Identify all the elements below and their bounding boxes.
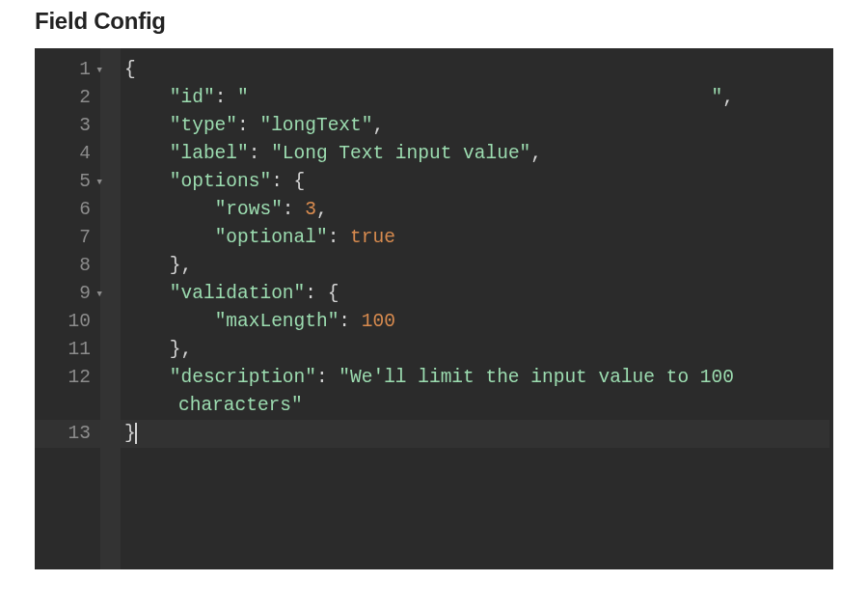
code-line[interactable]: "validation": { <box>121 280 829 308</box>
gutter-line: 4 <box>35 140 100 168</box>
code-token: : { <box>305 283 339 304</box>
code-token: , <box>722 87 734 108</box>
code-token: "validation" <box>170 283 305 304</box>
gutter-line: 10 <box>35 308 100 336</box>
code-token: "label" <box>170 143 249 164</box>
line-gutter: 1▼2345▼6789▼10111213 <box>35 48 100 569</box>
code-token: "options" <box>170 171 271 192</box>
code-line[interactable]: } <box>121 420 829 448</box>
code-token: }, <box>124 255 192 276</box>
code-token <box>124 311 215 332</box>
fold-toggle-icon[interactable]: ▼ <box>97 56 102 84</box>
code-token: "longText" <box>259 115 372 136</box>
code-token: , <box>372 115 384 136</box>
code-token: : <box>283 199 305 220</box>
code-token: "description" <box>170 367 316 388</box>
code-token <box>124 171 170 192</box>
code-token: "maxLength" <box>215 311 339 332</box>
gutter-line: 7 <box>35 224 100 252</box>
code-token <box>124 143 170 164</box>
code-line[interactable]: "label": "Long Text input value", <box>121 140 829 168</box>
gutter-line-wrap <box>35 392 100 420</box>
code-token: , <box>316 199 328 220</box>
code-token: 100 <box>362 311 395 332</box>
code-token: 3 <box>305 199 316 220</box>
code-token <box>124 227 215 248</box>
code-token: "rows" <box>215 199 283 220</box>
code-token: characters" <box>178 395 303 416</box>
code-token: : <box>249 143 271 164</box>
code-token: "Long Text input value" <box>271 143 530 164</box>
gutter-line: 11 <box>35 336 100 364</box>
code-line[interactable]: "type": "longText", <box>121 112 829 140</box>
code-line[interactable]: "description": "We'll limit the input va… <box>121 364 829 392</box>
gutter-line: 12 <box>35 364 100 392</box>
code-line[interactable]: { <box>121 56 829 84</box>
fold-toggle-icon[interactable]: ▼ <box>97 168 102 196</box>
code-token: , <box>530 143 542 164</box>
code-token <box>124 283 170 304</box>
code-line[interactable]: characters" <box>121 392 829 420</box>
code-token: "id" <box>170 87 215 108</box>
fold-toggle-icon[interactable]: ▼ <box>97 280 102 308</box>
text-cursor <box>135 423 137 444</box>
code-token <box>124 199 215 220</box>
code-line[interactable]: }, <box>121 336 829 364</box>
code-line[interactable]: "options": { <box>121 168 829 196</box>
gutter-border <box>100 48 121 569</box>
code-token: "optional" <box>215 227 328 248</box>
code-line[interactable]: "rows": 3, <box>121 196 829 224</box>
code-token: true <box>350 227 395 248</box>
code-token: : { <box>271 171 305 192</box>
code-line[interactable]: }, <box>121 252 829 280</box>
code-token: : <box>328 227 350 248</box>
gutter-line: 2 <box>35 84 100 112</box>
code-token <box>124 115 170 136</box>
code-editor[interactable]: 1▼2345▼6789▼10111213 { "id": " ", "type"… <box>35 48 833 569</box>
gutter-line: 3 <box>35 112 100 140</box>
gutter-line: 1▼ <box>35 56 100 84</box>
code-token: : <box>237 115 259 136</box>
code-token: " " <box>237 87 722 108</box>
code-token <box>124 87 170 108</box>
panel-title: Field Config <box>35 8 833 35</box>
code-token: : <box>215 87 237 108</box>
code-line[interactable]: "id": " ", <box>121 84 829 112</box>
code-line[interactable]: "maxLength": 100 <box>121 308 829 336</box>
code-token: "We'll limit the input value to 100 <box>339 367 745 388</box>
code-token <box>124 367 170 388</box>
code-token: "type" <box>170 115 237 136</box>
gutter-line: 5▼ <box>35 168 100 196</box>
gutter-line: 6 <box>35 196 100 224</box>
code-content[interactable]: { "id": " ", "type": "longText", "label"… <box>121 48 833 569</box>
code-token: { <box>124 59 136 80</box>
code-token: : <box>316 367 339 388</box>
gutter-line: 9▼ <box>35 280 100 308</box>
code-line[interactable]: "optional": true <box>121 224 829 252</box>
gutter-line: 8 <box>35 252 100 280</box>
code-token: }, <box>124 339 192 360</box>
gutter-line: 13 <box>35 420 100 448</box>
code-token: : <box>339 311 361 332</box>
